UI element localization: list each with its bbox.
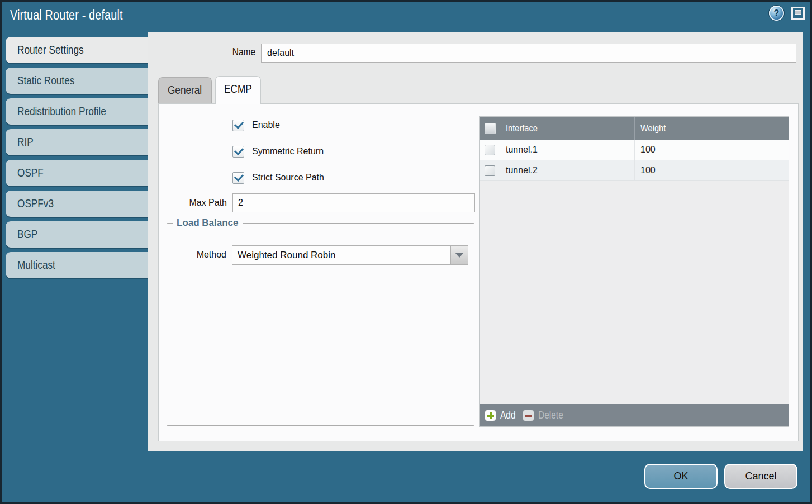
sidebar-item-ospfv3[interactable]: OSPFv3 xyxy=(6,191,148,217)
table-row[interactable]: tunnel.1 100 xyxy=(480,140,789,160)
sidebar-item-label: Redistribution Profile xyxy=(17,98,106,125)
dialog-title: Virtual Router - default xyxy=(10,8,141,23)
symmetric-return-label: Symmetric Return xyxy=(252,146,324,156)
tab-ecmp[interactable]: ECMP xyxy=(215,76,261,104)
tab-label: General xyxy=(168,78,202,103)
symmetric-return-option-row: Symmetric Return xyxy=(232,145,324,158)
tab-general[interactable]: General xyxy=(158,77,212,103)
table-toolbar: Add Delete xyxy=(480,404,789,426)
restore-inner-rect xyxy=(795,10,801,15)
header-weight[interactable]: Weight xyxy=(634,117,789,140)
cell-interface[interactable]: tunnel.2 xyxy=(500,160,634,180)
header-interface[interactable]: Interface xyxy=(500,117,634,140)
virtual-router-dialog: Virtual Router - default ? Router Settin… xyxy=(0,0,812,504)
ok-button[interactable]: OK xyxy=(644,464,718,489)
sidebar-item-label: Static Routes xyxy=(17,68,74,94)
dialog-title-text: Virtual Router - default xyxy=(10,8,123,23)
cancel-button-label: Cancel xyxy=(745,470,776,482)
minus-icon xyxy=(523,410,534,421)
dropdown-arrow-button[interactable] xyxy=(450,246,468,264)
delete-button[interactable]: Delete xyxy=(523,410,567,421)
table-row[interactable]: tunnel.2 100 xyxy=(480,160,789,181)
ecmp-panel: Enable Symmetric Return Strict Source Pa… xyxy=(158,103,799,441)
help-icon[interactable]: ? xyxy=(769,6,784,21)
sidebar-item-label: Router Settings xyxy=(17,37,84,63)
row-checkbox[interactable] xyxy=(485,165,495,176)
add-button-label: Add xyxy=(500,410,516,421)
name-label: Name xyxy=(148,46,255,58)
help-glyph: ? xyxy=(774,8,780,18)
row-checkbox[interactable] xyxy=(485,145,495,155)
sidebar-item-label: OSPF xyxy=(17,160,44,186)
header-interface-label: Interface xyxy=(506,123,538,134)
add-button[interactable]: Add xyxy=(485,410,518,421)
sidebar-item-ospf[interactable]: OSPF xyxy=(6,160,148,186)
row-checkbox-cell xyxy=(480,140,500,160)
sidebar-item-label: OSPFv3 xyxy=(17,191,54,217)
tab-label: ECMP xyxy=(224,77,252,102)
cell-interface[interactable]: tunnel.1 xyxy=(500,140,634,160)
sidebar-item-rip[interactable]: RIP xyxy=(6,129,148,155)
content-panel: Name General ECMP Enable Symmetric Retur… xyxy=(148,32,803,451)
name-label-text: Name xyxy=(232,46,255,58)
delete-button-label: Delete xyxy=(538,410,563,421)
sidebar-item-router-settings[interactable]: Router Settings xyxy=(6,37,148,63)
method-dropdown[interactable]: Weighted Round Robin xyxy=(232,245,468,265)
max-path-input[interactable] xyxy=(232,193,475,212)
ok-button-label: OK xyxy=(673,470,688,482)
sidebar-item-label: RIP xyxy=(17,129,34,155)
table-empty-area xyxy=(480,181,789,404)
header-weight-label: Weight xyxy=(640,123,666,134)
enable-checkbox[interactable] xyxy=(232,120,244,131)
symmetric-return-checkbox[interactable] xyxy=(232,146,244,158)
enable-option-row: Enable xyxy=(232,118,280,132)
titlebar-icons: ? xyxy=(769,6,805,21)
strict-source-path-label: Strict Source Path xyxy=(252,173,324,183)
header-checkbox-cell xyxy=(480,117,500,140)
sidebar-item-static-routes[interactable]: Static Routes xyxy=(6,68,148,94)
enable-label: Enable xyxy=(252,120,280,130)
sidebar-item-redistribution-profile[interactable]: Redistribution Profile xyxy=(6,98,148,125)
name-input[interactable] xyxy=(261,44,796,63)
sidebar-item-multicast[interactable]: Multicast xyxy=(6,252,148,278)
sidebar-item-label: Multicast xyxy=(17,252,55,278)
method-value: Weighted Round Robin xyxy=(232,250,450,261)
chevron-down-icon xyxy=(455,253,464,258)
row-checkbox-cell xyxy=(480,160,500,180)
strict-source-path-checkbox[interactable] xyxy=(232,172,244,184)
ecmp-interface-table: Interface Weight tunnel.1 100 tunnel.2 1… xyxy=(479,116,789,427)
strict-source-path-option-row: Strict Source Path xyxy=(232,171,324,184)
plus-icon xyxy=(485,410,496,421)
sidebar-item-bgp[interactable]: BGP xyxy=(6,221,148,248)
select-all-checkbox[interactable] xyxy=(485,123,496,134)
cell-weight[interactable]: 100 xyxy=(634,160,789,180)
cancel-button[interactable]: Cancel xyxy=(724,464,797,489)
max-path-label: Max Path xyxy=(159,198,227,208)
method-label: Method xyxy=(167,250,226,260)
restore-window-icon[interactable] xyxy=(791,7,805,20)
table-header-row: Interface Weight xyxy=(480,117,789,140)
cell-weight[interactable]: 100 xyxy=(634,140,789,160)
load-balance-fieldset: Load Balance Method Weighted Round Robin xyxy=(167,217,474,426)
sidebar-item-label: BGP xyxy=(17,221,37,248)
load-balance-legend: Load Balance xyxy=(173,217,243,229)
